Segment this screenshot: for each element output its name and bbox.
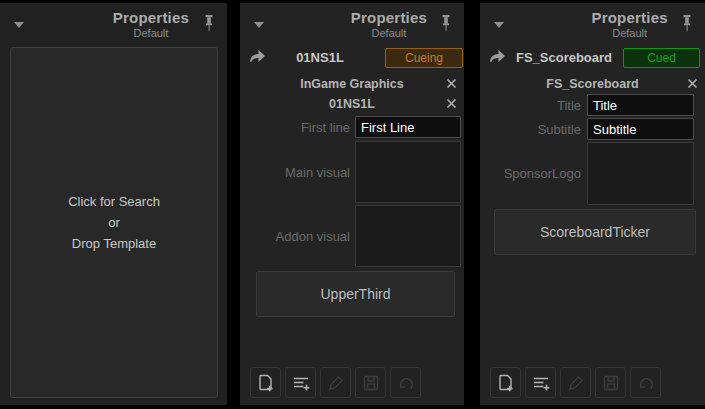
pencil-icon	[320, 367, 351, 398]
loaded-template-row: InGame Graphics	[240, 75, 464, 93]
field-label-main-visual: Main visual	[240, 165, 350, 180]
template-name: FS_Scoreboard	[480, 75, 705, 93]
properties-panel-ingame: Properties Default 01NS1L Cueing InGame …	[240, 3, 464, 405]
list-plus-icon[interactable]	[285, 367, 316, 398]
loaded-template-row: FS_Scoreboard	[480, 75, 705, 93]
field-label-subtitle: Subtitle	[480, 122, 581, 137]
title-input[interactable]	[587, 94, 694, 116]
template-button-upperthird[interactable]: UpperThird	[256, 271, 455, 317]
field-label-addon-visual: Addon visual	[240, 229, 350, 244]
field-label-first-line: First line	[240, 120, 350, 135]
pin-icon[interactable]	[681, 14, 693, 32]
properties-panel-scoreboard: Properties Default FS_Scoreboard Cued FS…	[480, 3, 705, 405]
floppy-icon	[355, 367, 386, 398]
field-label-title: Title	[480, 98, 581, 113]
template-button-scoreboardticker[interactable]: ScoreboardTicker	[494, 209, 696, 255]
field-label-sponsorlogo: SponsorLogo	[480, 166, 581, 181]
list-plus-icon[interactable]	[525, 367, 556, 398]
close-icon[interactable]	[446, 98, 457, 109]
loaded-template-row: 01NS1L	[240, 95, 464, 113]
chevron-down-icon[interactable]	[252, 20, 266, 29]
jump-to-clip-icon[interactable]	[248, 47, 266, 63]
drop-zone-line: or	[108, 212, 120, 233]
properties-panel-search: Properties Default Click for Search or D…	[0, 3, 227, 405]
chevron-down-icon[interactable]	[492, 20, 506, 29]
status-badge: Cued	[623, 48, 700, 68]
pin-icon[interactable]	[440, 14, 452, 32]
chevron-down-icon[interactable]	[12, 20, 26, 29]
clip-name: FS_Scoreboard	[506, 50, 622, 65]
status-badge: Cueing	[385, 48, 463, 68]
template-name: 01NS1L	[240, 95, 464, 113]
sponsorlogo-drop-box[interactable]	[587, 142, 694, 205]
pin-icon[interactable]	[203, 14, 215, 32]
undo-icon	[390, 367, 421, 398]
first-line-input[interactable]	[355, 116, 461, 138]
floppy-icon	[595, 367, 626, 398]
properties-toolbar	[490, 367, 661, 398]
pencil-icon	[560, 367, 591, 398]
undo-icon	[630, 367, 661, 398]
template-drop-zone[interactable]: Click for Search or Drop Template	[10, 47, 218, 398]
template-name: InGame Graphics	[240, 75, 464, 93]
drop-zone-line: Drop Template	[72, 233, 156, 254]
drop-zone-line: Click for Search	[68, 191, 160, 212]
main-visual-drop-box[interactable]	[355, 141, 461, 203]
jump-to-clip-icon[interactable]	[488, 47, 506, 63]
subtitle-input[interactable]	[587, 118, 694, 140]
close-icon[interactable]	[446, 78, 457, 89]
clip-name: 01NS1L	[270, 50, 370, 65]
close-icon[interactable]	[687, 78, 698, 89]
addon-visual-drop-box[interactable]	[355, 205, 461, 267]
file-plus-icon[interactable]	[490, 367, 521, 398]
properties-toolbar	[250, 367, 421, 398]
file-plus-icon[interactable]	[250, 367, 281, 398]
